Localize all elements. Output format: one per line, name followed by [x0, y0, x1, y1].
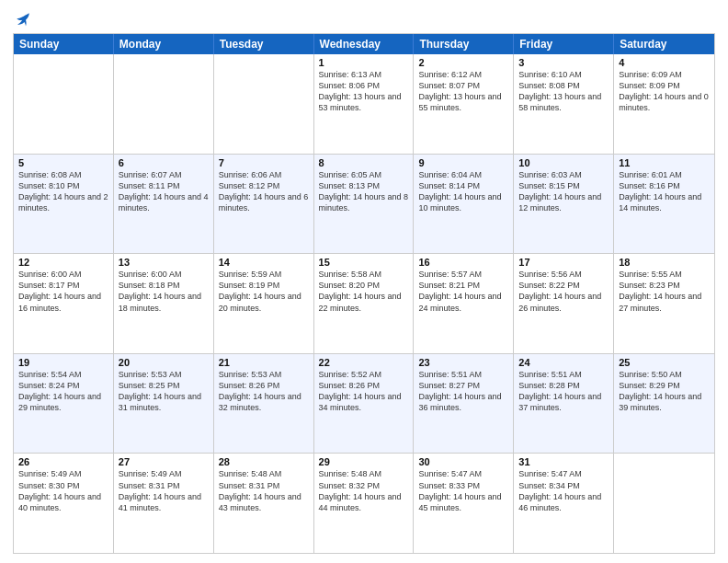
- cell-info-text: Sunrise: 5:49 AM Sunset: 8:31 PM Dayligh…: [119, 468, 209, 513]
- calendar-row-3: 12Sunrise: 6:00 AM Sunset: 8:17 PM Dayli…: [14, 253, 714, 353]
- cell-info-text: Sunrise: 5:49 AM Sunset: 8:30 PM Dayligh…: [18, 468, 108, 513]
- calendar-cell: 4Sunrise: 6:09 AM Sunset: 8:09 PM Daylig…: [614, 54, 714, 154]
- calendar-cell: 6Sunrise: 6:07 AM Sunset: 8:11 PM Daylig…: [114, 155, 214, 254]
- calendar-cell: 24Sunrise: 5:51 AM Sunset: 8:28 PM Dayli…: [514, 354, 614, 454]
- cell-info-text: Sunrise: 5:57 AM Sunset: 8:21 PM Dayligh…: [418, 269, 508, 314]
- cell-info-text: Sunrise: 5:53 AM Sunset: 8:26 PM Dayligh…: [219, 369, 309, 414]
- cell-info-text: Sunrise: 5:54 AM Sunset: 8:24 PM Dayligh…: [18, 369, 108, 414]
- weekday-header-tuesday: Tuesday: [214, 34, 314, 54]
- calendar-cell: 13Sunrise: 6:00 AM Sunset: 8:18 PM Dayli…: [114, 254, 214, 353]
- cell-info-text: Sunrise: 6:10 AM Sunset: 8:08 PM Dayligh…: [518, 69, 609, 114]
- cell-info-text: Sunrise: 6:08 AM Sunset: 8:10 PM Dayligh…: [18, 169, 108, 214]
- calendar-cell: 1Sunrise: 6:13 AM Sunset: 8:06 PM Daylig…: [314, 54, 415, 154]
- cell-info-text: Sunrise: 5:47 AM Sunset: 8:34 PM Dayligh…: [518, 468, 609, 513]
- calendar-cell: 11Sunrise: 6:01 AM Sunset: 8:16 PM Dayli…: [614, 155, 714, 254]
- calendar-cell: 16Sunrise: 5:57 AM Sunset: 8:21 PM Dayli…: [414, 254, 514, 353]
- cell-info-text: Sunrise: 6:00 AM Sunset: 8:18 PM Dayligh…: [119, 269, 209, 314]
- cell-info-text: Sunrise: 5:48 AM Sunset: 8:32 PM Dayligh…: [319, 468, 409, 513]
- cell-info-text: Sunrise: 5:51 AM Sunset: 8:27 PM Dayligh…: [418, 369, 508, 414]
- weekday-header-thursday: Thursday: [414, 34, 514, 54]
- cell-info-text: Sunrise: 6:12 AM Sunset: 8:07 PM Dayligh…: [418, 69, 508, 114]
- calendar-cell: 28Sunrise: 5:48 AM Sunset: 8:31 PM Dayli…: [214, 454, 314, 553]
- calendar-cell: 9Sunrise: 6:04 AM Sunset: 8:14 PM Daylig…: [414, 155, 514, 254]
- cell-date-number: 12: [18, 257, 108, 268]
- weekday-header-monday: Monday: [114, 34, 214, 54]
- cell-date-number: 21: [219, 357, 309, 368]
- calendar-cell: [614, 454, 714, 553]
- weekday-header-saturday: Saturday: [614, 34, 714, 54]
- calendar-cell: 20Sunrise: 5:53 AM Sunset: 8:25 PM Dayli…: [114, 354, 214, 454]
- cell-date-number: 28: [219, 456, 309, 467]
- calendar-cell: 27Sunrise: 5:49 AM Sunset: 8:31 PM Dayli…: [114, 454, 214, 553]
- cell-info-text: Sunrise: 6:07 AM Sunset: 8:11 PM Dayligh…: [119, 169, 209, 214]
- cell-date-number: 26: [18, 456, 108, 467]
- cell-info-text: Sunrise: 6:03 AM Sunset: 8:15 PM Dayligh…: [518, 169, 609, 214]
- cell-date-number: 9: [418, 157, 508, 168]
- cell-info-text: Sunrise: 5:48 AM Sunset: 8:31 PM Dayligh…: [219, 468, 309, 513]
- calendar-cell: 22Sunrise: 5:52 AM Sunset: 8:26 PM Dayli…: [314, 354, 415, 454]
- cell-date-number: 11: [619, 157, 710, 168]
- calendar-cell: 14Sunrise: 5:59 AM Sunset: 8:19 PM Dayli…: [214, 254, 314, 353]
- logo-bird-icon: [15, 11, 31, 28]
- calendar-cell: [14, 54, 114, 154]
- cell-info-text: Sunrise: 6:09 AM Sunset: 8:09 PM Dayligh…: [619, 69, 710, 114]
- calendar-row-4: 19Sunrise: 5:54 AM Sunset: 8:24 PM Dayli…: [14, 353, 714, 454]
- weekday-header-wednesday: Wednesday: [314, 34, 415, 54]
- cell-date-number: 31: [518, 456, 609, 467]
- calendar-cell: 19Sunrise: 5:54 AM Sunset: 8:24 PM Dayli…: [14, 354, 114, 454]
- cell-info-text: Sunrise: 5:55 AM Sunset: 8:23 PM Dayligh…: [619, 269, 710, 314]
- cell-date-number: 24: [518, 357, 609, 368]
- calendar-cell: 5Sunrise: 6:08 AM Sunset: 8:10 PM Daylig…: [14, 155, 114, 254]
- calendar-cell: 31Sunrise: 5:47 AM Sunset: 8:34 PM Dayli…: [514, 454, 614, 553]
- calendar-row-5: 26Sunrise: 5:49 AM Sunset: 8:30 PM Dayli…: [14, 453, 714, 553]
- calendar-cell: [214, 54, 314, 154]
- cell-date-number: 16: [418, 257, 508, 268]
- cell-date-number: 22: [319, 357, 409, 368]
- weekday-header-friday: Friday: [514, 34, 614, 54]
- calendar-cell: [114, 54, 214, 154]
- calendar: SundayMondayTuesdayWednesdayThursdayFrid…: [13, 33, 715, 554]
- cell-date-number: 10: [518, 157, 609, 168]
- cell-date-number: 13: [119, 257, 209, 268]
- calendar-row-2: 5Sunrise: 6:08 AM Sunset: 8:10 PM Daylig…: [14, 154, 714, 254]
- cell-info-text: Sunrise: 5:56 AM Sunset: 8:22 PM Dayligh…: [518, 269, 609, 314]
- calendar-cell: 10Sunrise: 6:03 AM Sunset: 8:15 PM Dayli…: [514, 155, 614, 254]
- cell-date-number: 17: [518, 257, 609, 268]
- calendar-cell: 8Sunrise: 6:05 AM Sunset: 8:13 PM Daylig…: [314, 155, 415, 254]
- cell-date-number: 30: [418, 456, 508, 467]
- cell-date-number: 2: [418, 57, 508, 68]
- cell-info-text: Sunrise: 6:13 AM Sunset: 8:06 PM Dayligh…: [319, 69, 409, 114]
- calendar-cell: 17Sunrise: 5:56 AM Sunset: 8:22 PM Dayli…: [514, 254, 614, 353]
- cell-date-number: 15: [319, 257, 409, 268]
- cell-date-number: 19: [18, 357, 108, 368]
- cell-info-text: Sunrise: 5:59 AM Sunset: 8:19 PM Dayligh…: [219, 269, 309, 314]
- calendar-cell: 25Sunrise: 5:50 AM Sunset: 8:29 PM Dayli…: [614, 354, 714, 454]
- calendar-cell: 29Sunrise: 5:48 AM Sunset: 8:32 PM Dayli…: [314, 454, 415, 553]
- cell-date-number: 23: [418, 357, 508, 368]
- calendar-cell: 26Sunrise: 5:49 AM Sunset: 8:30 PM Dayli…: [14, 454, 114, 553]
- cell-info-text: Sunrise: 6:01 AM Sunset: 8:16 PM Dayligh…: [619, 169, 710, 214]
- cell-date-number: 14: [219, 257, 309, 268]
- cell-date-number: 1: [319, 57, 409, 68]
- cell-info-text: Sunrise: 6:00 AM Sunset: 8:17 PM Dayligh…: [18, 269, 108, 314]
- calendar-cell: 12Sunrise: 6:00 AM Sunset: 8:17 PM Dayli…: [14, 254, 114, 353]
- cell-info-text: Sunrise: 5:51 AM Sunset: 8:28 PM Dayligh…: [518, 369, 609, 414]
- cell-info-text: Sunrise: 5:52 AM Sunset: 8:26 PM Dayligh…: [319, 369, 409, 414]
- cell-date-number: 7: [219, 157, 309, 168]
- cell-date-number: 5: [18, 157, 108, 168]
- calendar-body: 1Sunrise: 6:13 AM Sunset: 8:06 PM Daylig…: [14, 54, 714, 553]
- calendar-cell: 18Sunrise: 5:55 AM Sunset: 8:23 PM Dayli…: [614, 254, 714, 353]
- calendar-cell: 3Sunrise: 6:10 AM Sunset: 8:08 PM Daylig…: [514, 54, 614, 154]
- cell-info-text: Sunrise: 6:05 AM Sunset: 8:13 PM Dayligh…: [319, 169, 409, 214]
- calendar-header: SundayMondayTuesdayWednesdayThursdayFrid…: [14, 34, 714, 54]
- cell-date-number: 8: [319, 157, 409, 168]
- cell-date-number: 20: [119, 357, 209, 368]
- cell-info-text: Sunrise: 5:50 AM Sunset: 8:29 PM Dayligh…: [619, 369, 710, 414]
- weekday-header-sunday: Sunday: [14, 34, 114, 54]
- cell-info-text: Sunrise: 5:47 AM Sunset: 8:33 PM Dayligh…: [418, 468, 508, 513]
- calendar-row-1: 1Sunrise: 6:13 AM Sunset: 8:06 PM Daylig…: [14, 54, 714, 154]
- cell-date-number: 27: [119, 456, 209, 467]
- cell-info-text: Sunrise: 6:06 AM Sunset: 8:12 PM Dayligh…: [219, 169, 309, 214]
- calendar-cell: 15Sunrise: 5:58 AM Sunset: 8:20 PM Dayli…: [314, 254, 415, 353]
- cell-date-number: 29: [319, 456, 409, 467]
